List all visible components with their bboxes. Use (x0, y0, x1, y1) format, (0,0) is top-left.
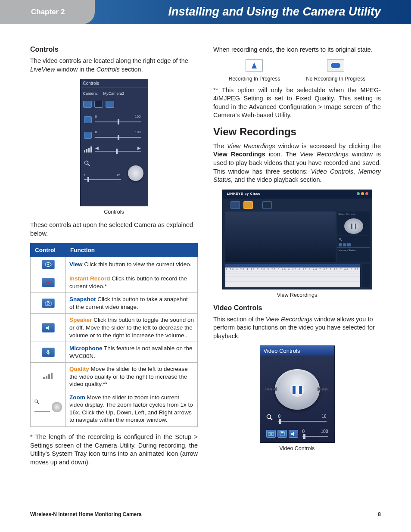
sidebar-label: Video Controls (337, 212, 370, 217)
page-header: Chapter 2 Installing and Using the Camer… (0, 0, 411, 24)
recording-state-icons: Recording In Progress No Recording In Pr… (213, 59, 381, 82)
page-footer: Wireless-N Internet Home Monitoring Came… (30, 511, 381, 517)
zoom-icon (84, 160, 90, 168)
svg-point-21 (339, 238, 340, 240)
zoom-max: 16 (117, 173, 121, 177)
table-row: Microphone This feature is not available… (31, 342, 198, 363)
window-buttons[interactable] (357, 192, 368, 195)
table-row: Speaker Click this button to toggle the … (31, 314, 198, 342)
svg-rect-17 (48, 374, 50, 379)
svg-point-8 (47, 281, 50, 284)
table-row: Quality Move the slider to the left to d… (31, 363, 198, 391)
playback-wheel[interactable] (344, 218, 363, 234)
page-title: Installing and Using the Camera Utility (168, 5, 381, 19)
zoom-control[interactable]: 1 16 (84, 160, 144, 186)
svg-point-10 (47, 302, 49, 305)
svg-rect-2 (88, 148, 90, 152)
next-buttons[interactable]: ||▶ ▶▶| (317, 386, 329, 391)
timeline-scale: 4:00 4:20 4:40 5:00 5:20 5:40 6:00 6:20 … (225, 268, 361, 271)
recording-idle-icon (327, 59, 344, 72)
pause-icon[interactable] (351, 224, 356, 229)
row-text: Move the slider to zoom into current vid… (69, 394, 193, 423)
record-icon (42, 278, 55, 287)
footnote-2: ** This option will only be selectable w… (213, 86, 381, 120)
table-header-row: Control Function (31, 243, 198, 257)
table-row: Zoom Move the slider to zoom into curren… (31, 391, 198, 426)
footer-page-number: 8 (378, 511, 381, 517)
toolbar-icon[interactable] (230, 201, 240, 209)
pause-button[interactable]: ❚❚ (290, 382, 305, 397)
video-playback-area[interactable] (225, 212, 336, 262)
memory-status-label: Memory Status (337, 247, 370, 253)
chapter-label: Chapter 2 (31, 8, 65, 16)
row-text: Click this button to view the current vi… (83, 261, 192, 268)
view-icon (42, 260, 55, 269)
video-controls-title: Video Controls (260, 346, 334, 356)
controls-table: Control Function View Click this button … (30, 243, 198, 427)
recording-revert-text: When recording ends, the icon reverts to… (213, 46, 381, 54)
snapshot-icon[interactable] (266, 430, 276, 438)
slider-min: 0 (95, 115, 97, 118)
footer-product: Wireless-N Internet Home Monitoring Came… (30, 511, 142, 517)
svg-rect-18 (51, 373, 53, 379)
row-label: Snapshot (69, 296, 96, 302)
volume-slider[interactable]: 0 100 (302, 430, 328, 438)
figure-view-recordings-caption: View Recordings (213, 292, 381, 298)
slider-min: 0 (95, 130, 97, 134)
svg-point-19 (35, 400, 37, 402)
mic-icon[interactable] (84, 132, 92, 139)
slider-max: 100 (135, 130, 140, 134)
svg-point-4 (84, 161, 88, 165)
controls-intro: The video controls are located along the… (30, 57, 198, 74)
zoom-slider[interactable]: 0 16 (266, 414, 328, 424)
svg-rect-11 (47, 301, 49, 302)
arrow-right-icon[interactable]: ▶ (137, 146, 141, 150)
quality-slider[interactable]: ◀ ▶ (84, 146, 144, 155)
speaker-icon[interactable] (289, 430, 298, 438)
zoom-min: 1 (84, 173, 86, 177)
slider-max: 100 (135, 115, 140, 118)
calendar[interactable] (362, 264, 370, 287)
prev-buttons[interactable]: |◀◀ ◀|| (265, 386, 277, 391)
left-column: Controls The video controls are located … (30, 46, 198, 467)
heading-view-recordings: View Recordings (213, 126, 381, 138)
svg-line-20 (37, 402, 39, 404)
playback-wheel-large[interactable]: ❚❚ (275, 369, 320, 410)
timeline[interactable]: 4:00 4:20 4:40 5:00 5:20 5:40 6:00 6:20 … (225, 264, 361, 287)
row-label: Microphone (69, 345, 103, 352)
save-icon[interactable] (277, 430, 287, 438)
arrow-left-icon[interactable]: ◀ (95, 146, 99, 150)
svg-point-23 (267, 415, 271, 419)
svg-rect-15 (43, 377, 45, 379)
figure-controls-panel: Controls Camera: MyCamera2 0 100 0 10 (80, 79, 148, 206)
footnote-1: * The length of the recording is configu… (30, 433, 198, 467)
toolbar-icon-selected[interactable] (243, 201, 253, 209)
toolbar-icon[interactable] (262, 201, 272, 209)
heading-controls: Controls (30, 46, 198, 53)
table-row: Snapshot Click this button to take a sna… (31, 293, 198, 314)
bottom-controls-row: 0 100 (266, 429, 328, 439)
quality-icon (43, 372, 53, 379)
speaker-slider[interactable]: 0 100 (84, 115, 144, 125)
svg-marker-29 (291, 432, 294, 436)
zoom-icon (34, 398, 62, 417)
vol-max: 100 (321, 429, 328, 434)
figure-video-controls-caption: Video Controls (213, 445, 381, 451)
record-icon[interactable] (94, 101, 103, 108)
view-recordings-text: The View Recordings window is accessed b… (213, 142, 381, 184)
vol-min: 0 (302, 429, 305, 434)
dpad-control[interactable] (128, 165, 143, 181)
svg-rect-13 (47, 350, 49, 353)
svg-rect-3 (90, 146, 92, 152)
panel-title: Controls (81, 79, 148, 88)
view-icon[interactable] (83, 101, 92, 108)
figure-controls-caption: Controls (30, 209, 198, 215)
speaker-icon[interactable] (84, 116, 92, 123)
mic-slider[interactable]: 0 100 (84, 130, 144, 140)
heading-video-controls: Video Controls (213, 304, 381, 312)
panel-camera-row: Camera: MyCamera2 (81, 88, 148, 99)
controls-explain: These controls act upon the selected Cam… (30, 221, 198, 238)
recording-progress-caption: Recording In Progress (229, 76, 280, 82)
snapshot-icon[interactable] (106, 101, 114, 108)
svg-rect-1 (86, 149, 87, 152)
